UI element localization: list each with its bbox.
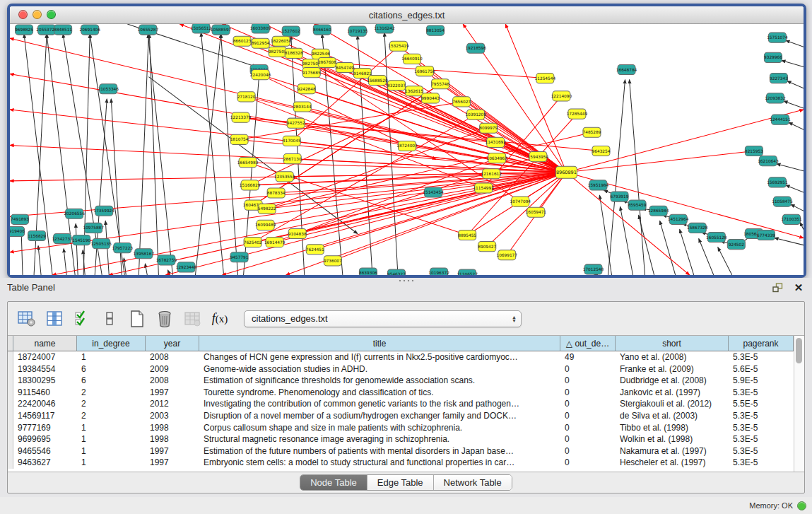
table-cell[interactable]: 0: [560, 398, 616, 410]
tab-edge-table[interactable]: Edge Table: [367, 475, 434, 490]
node[interactable]: 12214090: [551, 91, 572, 101]
table-cell[interactable]: 5.3E-5: [729, 410, 794, 422]
table-cell[interactable]: 18300295: [13, 375, 77, 387]
edge[interactable]: [630, 80, 645, 275]
node[interactable]: 6774339: [757, 230, 775, 240]
node[interactable]: 10719135: [347, 26, 368, 36]
table-cell[interactable]: 2009: [146, 363, 199, 375]
node[interactable]: 11106527: [457, 269, 478, 275]
node[interactable]: 22420046: [250, 70, 271, 80]
node[interactable]: 10747094: [510, 197, 531, 206]
node[interactable]: 11154992: [473, 183, 494, 193]
node[interactable]: 1810754: [230, 134, 249, 144]
node[interactable]: 10196372: [428, 268, 449, 275]
delete-table-button[interactable]: [182, 308, 203, 329]
node[interactable]: 16654983: [237, 158, 259, 168]
node[interactable]: 16059471: [526, 207, 547, 217]
edge[interactable]: [782, 60, 804, 66]
node[interactable]: 20691406: [79, 25, 100, 35]
table-cell[interactable]: Investigating the contribution of common…: [199, 398, 560, 410]
table-cell[interactable]: Nakamura et al. (1997): [616, 445, 729, 457]
node[interactable]: 15751074: [767, 33, 788, 42]
tab-node-table[interactable]: Node Table: [300, 475, 367, 490]
table-cell[interactable]: 0: [560, 433, 616, 445]
node[interactable]: 2867608: [318, 57, 336, 67]
close-window-icon[interactable]: [18, 10, 28, 19]
memory-ok-indicator-icon[interactable]: [797, 501, 806, 510]
table-cell[interactable]: Stergiakouli et al. (2012): [616, 398, 729, 410]
table-cell[interactable]: Franke et al. (2009): [616, 363, 729, 375]
table-cell[interactable]: 5.3E-5: [729, 445, 794, 457]
node[interactable]: 9242848: [298, 84, 316, 94]
node[interactable]: 12923448: [176, 262, 197, 272]
table-cell[interactable]: Yano et al. (2008): [616, 351, 729, 363]
node[interactable]: 8912954: [252, 38, 270, 48]
node[interactable]: 924502: [727, 240, 745, 250]
node[interactable]: 15325419: [388, 41, 409, 51]
node[interactable]: 10655287: [138, 25, 159, 35]
table-cell[interactable]: 1997: [146, 387, 199, 399]
table-cell[interactable]: de Silva et al. (2003): [616, 410, 729, 422]
node[interactable]: 9546327: [387, 269, 406, 275]
node[interactable]: 16033809: [250, 24, 271, 33]
node[interactable]: 16914479: [264, 238, 286, 247]
table-cell[interactable]: Estimation of significance thresholds fo…: [199, 375, 560, 387]
edge[interactable]: [620, 206, 633, 275]
table-cell[interactable]: 2: [77, 398, 146, 410]
node[interactable]: 9698825: [15, 25, 33, 35]
node[interactable]: 15951984: [588, 180, 609, 190]
table-mode-button[interactable]: [99, 308, 120, 329]
node[interactable]: 17012548: [583, 264, 604, 274]
node[interactable]: 15692951: [767, 177, 788, 187]
node[interactable]: 8595459: [628, 200, 647, 210]
node[interactable]: 9104838: [288, 228, 307, 238]
edge[interactable]: [718, 247, 732, 275]
node[interactable]: 11431692: [485, 137, 506, 147]
edge[interactable]: [699, 239, 714, 275]
node[interactable]: 3919406: [10, 226, 25, 236]
edge[interactable]: [660, 221, 676, 275]
table-cell[interactable]: 5.3E-5: [729, 351, 794, 363]
table-cell[interactable]: 2: [77, 410, 146, 422]
table-cell[interactable]: Hescheler et al. (1997): [616, 457, 729, 469]
column-header-in_degree[interactable]: in_degree: [77, 336, 146, 351]
table-cell[interactable]: 18724007: [13, 351, 77, 363]
table-row[interactable]: 977716911998Corpus callosum shape and si…: [8, 422, 794, 434]
node[interactable]: 10588597: [211, 25, 232, 35]
table-cell[interactable]: 22420046: [13, 398, 77, 410]
node[interactable]: 8215953: [745, 146, 763, 156]
table-cell[interactable]: 2008: [146, 375, 199, 387]
node[interactable]: 18724007: [396, 141, 418, 151]
table-cell[interactable]: 5.9E-5: [729, 375, 794, 387]
tab-network-table[interactable]: Network Table: [434, 475, 512, 490]
node[interactable]: 2718120: [237, 92, 256, 102]
column-header-short[interactable]: short: [616, 336, 729, 351]
node[interactable]: 8099979: [479, 123, 498, 133]
node[interactable]: 7625402: [244, 238, 262, 247]
table-cell[interactable]: 19384554: [13, 363, 77, 375]
table-cell[interactable]: 14569117: [13, 410, 77, 422]
table-cell[interactable]: Structural magnetic resonance image aver…: [199, 433, 560, 445]
close-panel-button[interactable]: ✕: [792, 282, 805, 293]
node[interactable]: 15688520: [367, 76, 388, 86]
node[interactable]: 16640910: [401, 54, 423, 64]
column-header-pagerank[interactable]: pagerank: [729, 336, 794, 351]
table-cell[interactable]: Changes of HCN gene expression and I(f) …: [199, 351, 560, 363]
table-cell[interactable]: 9465546: [13, 445, 77, 457]
table-cell[interactable]: 6: [77, 363, 146, 375]
table-cell[interactable]: 5.3E-5: [729, 422, 794, 434]
edge[interactable]: [599, 195, 611, 275]
edge[interactable]: [787, 81, 804, 88]
minimize-window-icon[interactable]: [33, 10, 42, 19]
row-selection-button[interactable]: [71, 308, 93, 329]
column-visibility-button[interactable]: [44, 308, 65, 329]
table-vertical-scrollbar[interactable]: [794, 336, 804, 472]
table-cell[interactable]: Estimation of the future numbers of pati…: [199, 445, 560, 457]
node[interactable]: 12353554: [274, 172, 295, 182]
scrollbar-thumb[interactable]: [796, 338, 802, 363]
zoom-window-icon[interactable]: [47, 10, 56, 19]
table-cell[interactable]: 0: [560, 422, 616, 434]
node[interactable]: 10634967: [486, 153, 507, 163]
column-header-name[interactable]: name: [13, 336, 77, 351]
window-titlebar[interactable]: citations_edges.txt: [10, 6, 804, 24]
